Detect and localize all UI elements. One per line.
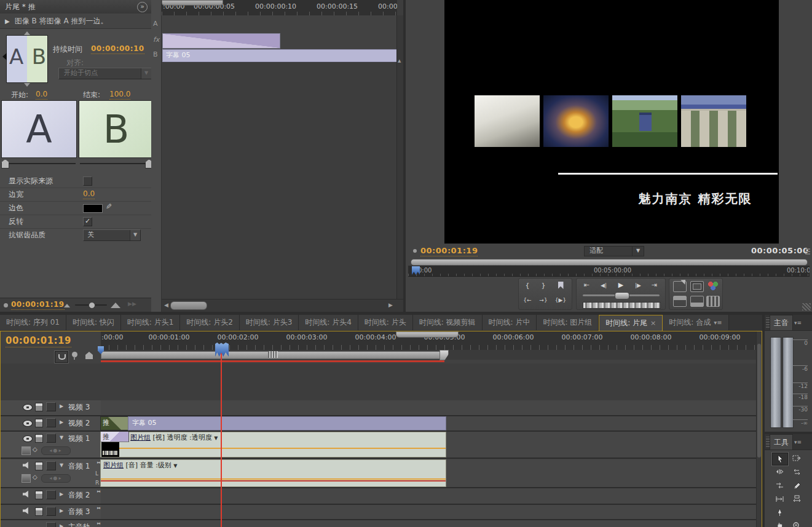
- scroll-right-icon[interactable]: ▶: [387, 301, 395, 310]
- tab-video-clip[interactable]: 时间线: 视频剪辑: [413, 315, 483, 330]
- transition-clip[interactable]: [162, 33, 280, 49]
- track-lock-toggle[interactable]: [46, 461, 56, 470]
- monitor-ruler[interactable]: 0:00 00:05:00:00 00:10:0: [408, 266, 810, 277]
- previous-edit-button[interactable]: ⇤: [579, 280, 594, 291]
- tab-kuaishan[interactable]: 时间线: 快闪: [66, 315, 121, 330]
- end-value[interactable]: 100.0: [109, 90, 130, 100]
- toggle-track-output-speaker-icon[interactable]: [23, 491, 31, 497]
- track-lock-toggle[interactable]: [46, 434, 56, 443]
- track-video2-lane[interactable]: 推 字幕 05: [101, 416, 757, 430]
- set-sequence-marker-button[interactable]: [72, 352, 77, 357]
- jog-wheel[interactable]: [583, 302, 661, 309]
- scrollbar-thumb[interactable]: [757, 344, 761, 458]
- zoom-tool[interactable]: [789, 520, 804, 527]
- sync-lock-icon[interactable]: [35, 507, 43, 516]
- zoom-level-dropdown[interactable]: 适配 ▼: [584, 246, 644, 256]
- direction-north-icon[interactable]: [24, 31, 30, 35]
- shuttle-slider[interactable]: [583, 295, 660, 296]
- preview-a-pane[interactable]: A: [1, 100, 77, 158]
- border-width-value[interactable]: 0.0: [83, 189, 95, 199]
- pen-tool[interactable]: [772, 507, 787, 518]
- close-icon[interactable]: ×: [650, 319, 656, 327]
- subtitle-clip[interactable]: 字幕 05: [128, 416, 446, 430]
- tab-piantou-3[interactable]: 时间线: 片头3: [240, 315, 299, 330]
- track-audio3-lane[interactable]: [101, 505, 757, 519]
- collapse-header-icon[interactable]: ▸◂: [97, 489, 99, 494]
- mini-timeline-ruler[interactable]: :00:00 00:00:00:05 00:00:00:10 00:00:00:…: [162, 0, 397, 16]
- toggle-track-output-speaker-icon[interactable]: [23, 507, 31, 514]
- sync-lock-icon[interactable]: [35, 403, 43, 411]
- set-marker-button[interactable]: [553, 282, 568, 293]
- monitor-current-timecode[interactable]: 00:00:01:19: [420, 246, 478, 256]
- rate-stretch-tool[interactable]: [772, 480, 787, 491]
- ruler-zoom-handle[interactable]: [162, 0, 223, 6]
- timeline-current-timecode[interactable]: 00:00:01:19: [6, 335, 71, 347]
- work-area-grip[interactable]: [268, 351, 278, 358]
- toggle-track-output-icon[interactable]: [23, 420, 33, 427]
- collapse-track-icon[interactable]: ▼: [60, 435, 63, 440]
- loop-button[interactable]: [673, 281, 687, 292]
- expand-track-icon[interactable]: ▶: [60, 419, 63, 425]
- end-slider-track[interactable]: [80, 163, 149, 164]
- viewing-area-bar[interactable]: [411, 259, 808, 266]
- antialias-dropdown[interactable]: 关 ▼: [83, 229, 141, 241]
- expand-track-icon[interactable]: ▶: [60, 491, 63, 497]
- reverse-checkbox[interactable]: ✓: [83, 217, 92, 226]
- duration-value[interactable]: 00:00:00:10: [91, 44, 144, 54]
- safe-margins-button[interactable]: [690, 281, 704, 292]
- sync-lock-icon[interactable]: [35, 462, 43, 470]
- track-video1-lane[interactable]: 图片组 [视] 透明度 :透明度 ▼ 推: [101, 432, 757, 458]
- tab-piantou[interactable]: 时间线: 片头: [358, 315, 413, 330]
- zoom-out-icon[interactable]: [64, 304, 70, 307]
- keyframe-toggle-icon[interactable]: ◇: [33, 446, 37, 453]
- start-value[interactable]: 0.0: [36, 90, 47, 100]
- lift-button[interactable]: [673, 296, 687, 307]
- ruler-zoom-handle[interactable]: [396, 331, 459, 338]
- keyframe-navigator[interactable]: ◂●▸: [41, 474, 71, 483]
- param-dropdown-icon[interactable]: ▼: [214, 435, 218, 441]
- panel-menu-icon[interactable]: ▾≡: [794, 439, 802, 445]
- param-dropdown-icon[interactable]: ▼: [173, 463, 177, 469]
- output-settings-button[interactable]: [706, 280, 720, 291]
- vertical-scrollbar[interactable]: ▲: [396, 15, 403, 299]
- play-in-to-out-button[interactable]: {▶}: [553, 295, 568, 306]
- timeline-vertical-scrollbar[interactable]: [756, 331, 762, 527]
- tab-pianwei-active[interactable]: 时间线: 片尾×: [599, 315, 663, 331]
- playhead-line[interactable]: [221, 347, 222, 527]
- set-display-style-icon[interactable]: [22, 446, 31, 455]
- scrollbar-thumb[interactable]: [170, 301, 207, 310]
- picture-group-audio-clip[interactable]: 图片组 [音] 音量 :级别 ▼: [100, 459, 446, 487]
- snap-button[interactable]: [55, 351, 68, 363]
- track-lock-toggle[interactable]: [46, 418, 56, 427]
- track-lock-toggle[interactable]: [46, 507, 56, 516]
- next-edit-button[interactable]: ⇥: [647, 280, 661, 291]
- collapse-header-icon[interactable]: ▸◂: [97, 521, 99, 526]
- tab-sequence-01[interactable]: 时间线: 序列 01: [0, 315, 66, 330]
- transition-preview-thumbnail[interactable]: A B: [6, 35, 48, 83]
- panel-resize-grip[interactable]: [802, 303, 811, 311]
- toggle-tracking-icon[interactable]: [413, 249, 417, 253]
- tab-piantou-2[interactable]: 时间线: 片头2: [180, 315, 240, 330]
- tab-pianzhong[interactable]: 时间线: 片中: [483, 315, 537, 330]
- toggle-track-output-speaker-icon[interactable]: [23, 462, 31, 469]
- play-preview-icon[interactable]: ▶: [5, 18, 10, 25]
- play-transition-icon[interactable]: ▶▶: [128, 301, 136, 307]
- push-transition-clip[interactable]: 推: [101, 432, 129, 442]
- goto-out-point-button[interactable]: →}: [536, 295, 551, 306]
- collapse-track-icon[interactable]: ▼: [60, 462, 63, 468]
- goto-in-point-button[interactable]: {←: [520, 295, 535, 306]
- sync-lock-icon[interactable]: [35, 434, 43, 443]
- tab-picture-group[interactable]: 时间线: 图片组: [537, 315, 599, 330]
- tab-tools[interactable]: 工具: [770, 434, 793, 450]
- panel-menu-icon[interactable]: »: [137, 2, 148, 12]
- scroll-left-icon[interactable]: ◀: [162, 301, 170, 310]
- tab-composite[interactable]: 时间线: 合成▾≡: [663, 315, 728, 330]
- slide-tool[interactable]: [789, 493, 804, 505]
- set-display-style-icon[interactable]: [22, 474, 31, 483]
- start-slider-track[interactable]: [3, 163, 76, 164]
- direction-south-icon[interactable]: [24, 83, 30, 87]
- sync-lock-icon[interactable]: [35, 419, 43, 427]
- step-back-button[interactable]: ◀|: [596, 280, 611, 291]
- razor-tool[interactable]: [789, 480, 804, 491]
- expand-track-icon[interactable]: ▶: [60, 508, 63, 513]
